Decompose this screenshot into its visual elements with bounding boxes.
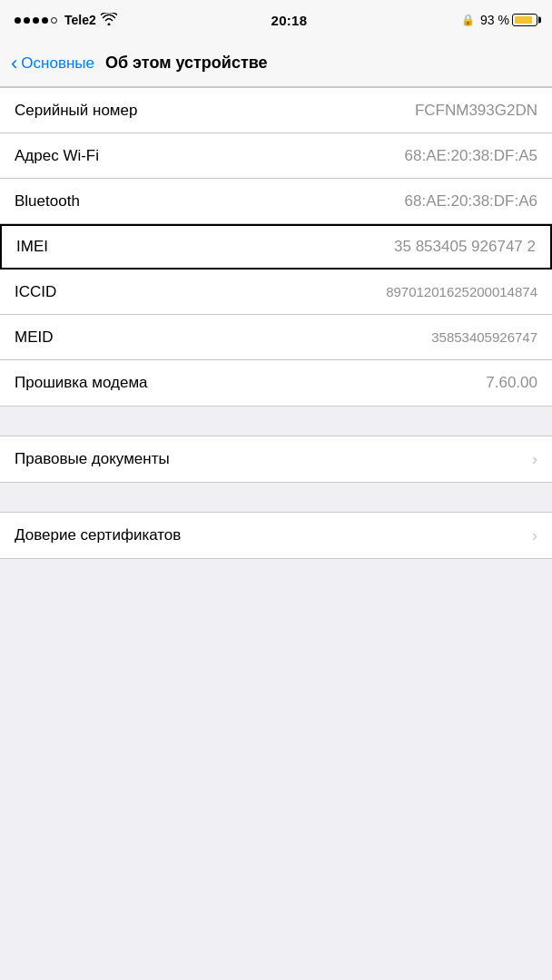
carrier-wifi: Tele2 [64, 13, 117, 28]
meid-value: 35853405926747 [431, 329, 537, 345]
nav-back-button[interactable]: ‹ Основные [11, 54, 94, 74]
iccid-value: 89701201625200014874 [386, 284, 537, 299]
main-content: Серийный номер FCFNM393G2DN Адрес Wi-Fi … [0, 87, 552, 559]
cert-trust-section: Доверие сертификатов › [0, 512, 552, 559]
bluetooth-row: Bluetooth 68:AE:20:38:DF:A6 [0, 179, 552, 224]
signal-dot-1 [15, 17, 21, 24]
carrier-name: Tele2 [64, 13, 96, 27]
battery-container: 93 % [480, 13, 537, 27]
wifi-address-row: Адрес Wi-Fi 68:AE:20:38:DF:A5 [0, 133, 552, 179]
serial-number-label: Серийный номер [15, 102, 137, 120]
section-gap-2 [0, 483, 552, 512]
nav-back-label: Основные [21, 54, 94, 73]
modem-firmware-value: 7.60.00 [486, 374, 537, 392]
modem-firmware-row: Прошивка модема 7.60.00 [0, 360, 552, 406]
iccid-row: ICCID 89701201625200014874 [0, 270, 552, 315]
section-gap-1 [0, 407, 552, 436]
nav-bar: ‹ Основные Об этом устройстве [0, 40, 552, 87]
imei-label: IMEI [16, 238, 48, 256]
cert-trust-chevron-icon: › [532, 526, 537, 545]
back-chevron-icon: ‹ [11, 54, 17, 74]
signal-dot-2 [24, 17, 30, 24]
info-table-section: Серийный номер FCFNM393G2DN Адрес Wi-Fi … [0, 87, 552, 407]
serial-number-row: Серийный номер FCFNM393G2DN [0, 88, 552, 133]
status-right: 🔒 93 % [461, 13, 537, 27]
legal-docs-chevron-icon: › [532, 450, 537, 469]
meid-row: MEID 35853405926747 [0, 315, 552, 360]
bluetooth-value: 68:AE:20:38:DF:A6 [405, 192, 537, 211]
status-left: Tele2 [15, 13, 117, 28]
signal-strength [15, 17, 57, 24]
status-bar: Tele2 20:18 🔒 93 % [0, 0, 552, 40]
signal-dot-4 [42, 17, 48, 24]
cert-trust-row[interactable]: Доверие сертификатов › [0, 513, 552, 558]
serial-number-value: FCFNM393G2DN [415, 102, 537, 120]
bluetooth-label: Bluetooth [15, 192, 80, 211]
battery-body [512, 14, 537, 26]
legal-docs-row[interactable]: Правовые документы › [0, 436, 552, 482]
signal-dot-5 [51, 17, 57, 24]
wifi-address-label: Адрес Wi-Fi [15, 147, 99, 165]
iccid-label: ICCID [15, 283, 56, 301]
battery-percent: 93 % [480, 13, 509, 27]
battery-fill [515, 16, 532, 24]
signal-dot-3 [33, 17, 39, 24]
imei-value: 35 853405 926747 2 [394, 238, 536, 256]
wifi-address-value: 68:AE:20:38:DF:A5 [405, 147, 537, 165]
imei-row: IMEI 35 853405 926747 2 [0, 224, 552, 270]
modem-firmware-label: Прошивка модема [15, 374, 148, 392]
legal-docs-section: Правовые документы › [0, 436, 552, 483]
cert-trust-label: Доверие сертификатов [15, 526, 181, 544]
nav-title: Об этом устройстве [105, 54, 268, 73]
meid-label: MEID [15, 328, 54, 347]
wifi-icon [101, 13, 117, 28]
lock-icon: 🔒 [461, 14, 475, 26]
legal-docs-label: Правовые документы [15, 450, 170, 468]
status-time: 20:18 [271, 13, 307, 28]
